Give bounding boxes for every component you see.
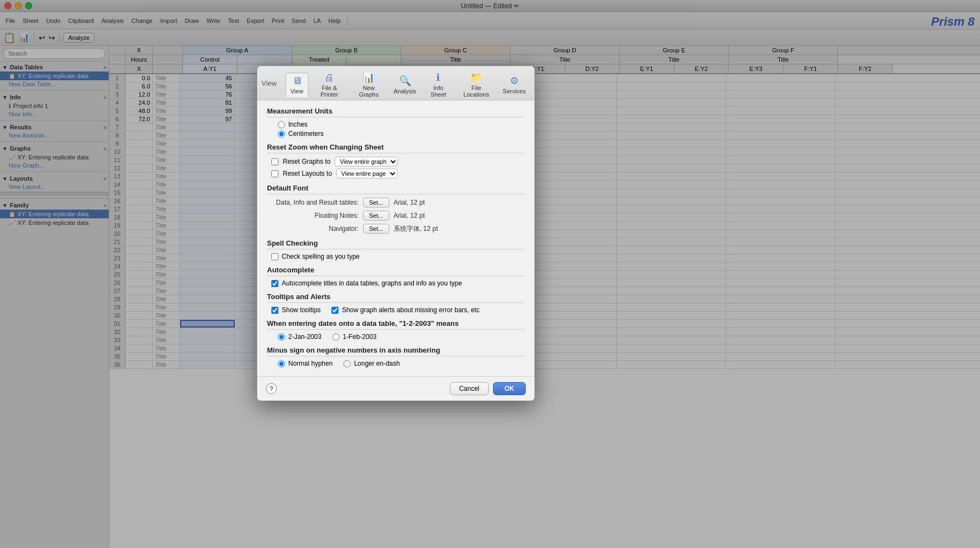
radio-date-feb-label: 1-Feb-2003 — [343, 333, 377, 341]
section-tooltips: Tooltips and Alerts — [267, 293, 525, 303]
radio-date-jan-label: 2-Jan-2003 — [288, 333, 322, 341]
info-sheet-icon: ℹ — [436, 72, 440, 84]
reset-graphs-select[interactable]: View entire graph — [335, 157, 398, 166]
tab-analysis-label: Analysis — [394, 88, 416, 94]
radio-en-dash[interactable]: Longer en-dash — [343, 360, 400, 367]
radio-normal-hyphen-input[interactable] — [278, 360, 285, 367]
section-minus-sign: Minus sign on negative numbers in axis n… — [267, 346, 525, 356]
spell-check-label: Check spelling as you type — [282, 253, 360, 260]
cancel-button[interactable]: Cancel — [450, 382, 489, 395]
section-measurement-units: Measurement Units — [267, 107, 525, 117]
tab-view[interactable]: 🖥 View — [286, 73, 308, 97]
font-value-data: Arial, 12 pt — [394, 199, 425, 206]
radio-inches-input[interactable] — [278, 121, 285, 128]
file-locations-icon: 📁 — [470, 72, 482, 84]
autocomplete-checkbox[interactable] — [271, 280, 278, 287]
font-label-floating: Floating Notes: — [271, 212, 359, 219]
radio-date-jan[interactable]: 2-Jan-2003 — [278, 333, 322, 341]
font-row-floating: Floating Notes: Set... Arial, 12 pt — [267, 211, 525, 221]
spell-check-row[interactable]: Check spelling as you type — [267, 253, 525, 260]
spell-check-checkbox[interactable] — [271, 253, 278, 260]
file-printer-icon: 🖨 — [324, 72, 334, 84]
preferences-dialog: View 🖥 View 🖨 File & Printer 📊 New Graph… — [257, 65, 535, 401]
dates-radio-group: 2-Jan-2003 1-Feb-2003 — [267, 333, 525, 341]
reset-layouts-select[interactable]: View entire page — [336, 169, 397, 178]
measurement-units-group: Inches Centimeters — [267, 121, 525, 138]
tab-file-locations-label: File Locations — [461, 85, 492, 98]
radio-centimeters-input[interactable] — [278, 130, 285, 138]
tab-new-graphs-label: New Graphs — [355, 85, 383, 98]
section-autocomplete: Autocomplete — [267, 266, 525, 276]
tab-file-printer-label: File & Printer — [315, 85, 344, 98]
tab-file-locations[interactable]: 📁 File Locations — [456, 69, 496, 100]
ok-button[interactable]: OK — [493, 382, 526, 395]
radio-date-feb[interactable]: 1-Feb-2003 — [332, 333, 377, 341]
tab-view-label: View — [290, 88, 304, 94]
view-icon: 🖥 — [292, 75, 302, 87]
tab-info-sheet[interactable]: ℹ Info Sheet — [423, 69, 454, 100]
tab-services-label: Services — [503, 88, 526, 94]
show-tooltips-label: Show tooltips — [282, 306, 320, 314]
radio-centimeters-label: Centimeters — [288, 130, 324, 138]
analysis-icon: 🔍 — [399, 75, 411, 87]
font-value-navigator: 系统字体, 12 pt — [394, 224, 438, 234]
section-reset-zoom: Reset Zoom when Changing Sheet — [267, 143, 525, 153]
reset-layouts-row: Reset Layouts to View entire page — [267, 169, 525, 178]
tab-analysis[interactable]: 🔍 Analysis — [389, 73, 420, 97]
reset-graphs-checkbox[interactable] — [271, 158, 278, 165]
radio-date-feb-input[interactable] — [332, 333, 340, 341]
dialog-view-label: View — [262, 79, 281, 91]
tab-info-sheet-label: Info Sheet — [427, 85, 450, 98]
tooltips-row: Show tooltips Show graph alerts about mi… — [267, 306, 525, 314]
show-graph-alerts-label-row[interactable]: Show graph alerts about missing error ba… — [331, 306, 479, 314]
dialog-footer: ? Cancel OK — [257, 376, 534, 401]
font-label-navigator: Navigator: — [271, 225, 359, 233]
autocomplete-row[interactable]: Autocomplete titles in data tables, grap… — [267, 279, 525, 287]
reset-graphs-row: Reset Graphs to View entire graph — [267, 157, 525, 166]
help-button[interactable]: ? — [266, 383, 277, 394]
set-floating-font-button[interactable]: Set... — [363, 211, 389, 221]
minus-sign-radio-group: Normal hyphen Longer en-dash — [267, 360, 525, 367]
reset-graphs-label: Reset Graphs to — [283, 158, 330, 165]
font-value-floating: Arial, 12 pt — [394, 212, 425, 219]
radio-date-jan-input[interactable] — [278, 333, 285, 341]
services-icon: ⚙ — [510, 75, 519, 87]
font-label-data: Data, Info and Result tables: — [271, 199, 359, 206]
set-navigator-font-button[interactable]: Set... — [363, 224, 389, 234]
font-row-data: Data, Info and Result tables: Set... Ari… — [267, 198, 525, 207]
tab-new-graphs[interactable]: 📊 New Graphs — [351, 69, 387, 100]
tab-file-printer[interactable]: 🖨 File & Printer — [311, 70, 348, 100]
font-row-navigator: Navigator: Set... 系统字体, 12 pt — [267, 224, 525, 234]
dialog-content: Measurement Units Inches Centimeters Res… — [257, 100, 534, 376]
show-tooltips-label-row[interactable]: Show tooltips — [271, 306, 320, 314]
reset-layouts-label: Reset Layouts to — [283, 170, 332, 177]
radio-inches[interactable]: Inches — [278, 121, 525, 128]
radio-inches-label: Inches — [288, 121, 307, 128]
show-graph-alerts-label: Show graph alerts about missing error ba… — [342, 306, 479, 314]
autocomplete-label: Autocomplete titles in data tables, grap… — [282, 279, 462, 287]
radio-normal-hyphen[interactable]: Normal hyphen — [278, 360, 332, 367]
reset-layouts-checkbox[interactable] — [271, 170, 278, 177]
radio-centimeters[interactable]: Centimeters — [278, 130, 525, 138]
section-spell-checking: Spell Checking — [267, 239, 525, 249]
radio-en-dash-label: Longer en-dash — [354, 360, 400, 367]
set-data-font-button[interactable]: Set... — [363, 198, 389, 207]
radio-en-dash-input[interactable] — [343, 360, 351, 367]
section-dates: When entering dates onto a data table, "… — [267, 319, 525, 330]
tab-services[interactable]: ⚙ Services — [498, 73, 530, 97]
radio-normal-hyphen-label: Normal hyphen — [288, 360, 332, 367]
section-default-font: Default Font — [267, 184, 525, 194]
show-tooltips-checkbox[interactable] — [271, 307, 278, 314]
dialog-toolbar: View 🖥 View 🖨 File & Printer 📊 New Graph… — [257, 66, 534, 100]
show-graph-alerts-checkbox[interactable] — [331, 307, 338, 314]
new-graphs-icon: 📊 — [363, 72, 375, 84]
